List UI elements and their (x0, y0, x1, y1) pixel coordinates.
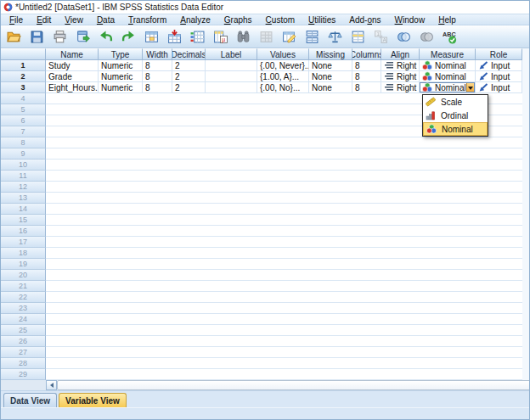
row-header-8[interactable]: 8 (1, 137, 46, 148)
cell-missing-row3[interactable]: None (309, 82, 352, 93)
row-header-14[interactable]: 14 (1, 204, 46, 215)
recall-dialogs-icon[interactable] (72, 27, 93, 47)
row-header-2[interactable]: 2 (1, 71, 46, 82)
empty-row-area-18[interactable] (46, 248, 522, 259)
cell-decimals-row1[interactable]: 2 (172, 60, 206, 71)
cell-align-row3[interactable]: Right (381, 82, 420, 93)
row-header-9[interactable]: 9 (1, 148, 46, 160)
save-icon[interactable] (26, 27, 47, 47)
column-header-align[interactable]: Align (381, 48, 420, 60)
insert-variable-icon[interactable] (279, 27, 299, 47)
goto-case-icon[interactable] (141, 27, 161, 47)
row-header-3[interactable]: 3 (1, 82, 46, 93)
select-cases-icon[interactable] (347, 27, 368, 47)
print-icon[interactable] (49, 27, 70, 47)
row-header-27[interactable]: 27 (1, 347, 46, 358)
menu-transform[interactable]: Transform (121, 15, 173, 25)
row-header-13[interactable]: 13 (1, 193, 46, 204)
cell-width-row3[interactable]: 8 (143, 82, 172, 93)
cell-align-row1[interactable]: Right (381, 60, 420, 71)
find-icon[interactable] (233, 27, 253, 47)
cell-columns-row2[interactable]: 8 (352, 71, 381, 82)
cell-measure-row2[interactable]: Nominal (420, 71, 476, 82)
column-header-width[interactable]: Width (143, 48, 172, 60)
cell-name-row1[interactable]: Study (46, 60, 99, 71)
corner-header-cell[interactable] (1, 48, 46, 60)
empty-row-area-17[interactable] (46, 237, 522, 248)
variables-icon[interactable] (187, 27, 207, 47)
empty-row-area-21[interactable] (46, 281, 522, 292)
redo-icon[interactable] (118, 27, 138, 47)
empty-row-area-19[interactable] (46, 259, 522, 270)
row-header-5[interactable]: 5 (1, 104, 46, 115)
column-header-measure[interactable]: Measure (420, 48, 476, 60)
cell-columns-row1[interactable]: 8 (352, 60, 381, 71)
column-header-name[interactable]: Name (46, 48, 99, 60)
cell-role-row3[interactable]: Input (476, 82, 522, 93)
column-header-missing[interactable]: Missing (309, 48, 352, 60)
row-header-7[interactable]: 7 (1, 126, 46, 137)
column-header-label[interactable]: Label (206, 48, 257, 60)
open-data-icon[interactable] (3, 27, 24, 47)
menu-add-ons[interactable]: Add-ons (342, 15, 387, 25)
menu-custom[interactable]: Custom (259, 15, 302, 25)
cell-type-row1[interactable]: Numeric (99, 60, 143, 71)
cell-name-row2[interactable]: Grade (46, 71, 99, 82)
scrollbar-left-arrow[interactable] (46, 380, 57, 390)
row-header-26[interactable]: 26 (1, 336, 46, 347)
row-header-29[interactable]: 29 (1, 369, 46, 380)
empty-row-area-12[interactable] (46, 182, 522, 193)
cell-width-row2[interactable]: 8 (143, 71, 172, 82)
row-header-12[interactable]: 12 (1, 182, 46, 193)
row-header-19[interactable]: 19 (1, 259, 46, 270)
measure-option-nominal[interactable]: Nominal (423, 122, 488, 136)
measure-option-ordinal[interactable]: Ordinal (423, 109, 488, 122)
column-header-columns[interactable]: Columns (352, 48, 381, 60)
measure-dropdown-button[interactable] (466, 83, 474, 92)
empty-row-area-15[interactable] (46, 215, 522, 226)
cell-width-row1[interactable]: 8 (143, 60, 172, 71)
row-header-18[interactable]: 18 (1, 248, 46, 259)
cell-values-row1[interactable]: {.00, Never}... (257, 60, 309, 71)
row-header-23[interactable]: 23 (1, 303, 46, 314)
row-header-25[interactable]: 25 (1, 325, 46, 336)
show-all-variables-icon[interactable] (416, 27, 437, 47)
cell-missing-row1[interactable]: None (309, 60, 352, 71)
menu-edit[interactable]: Edit (30, 15, 58, 25)
row-header-21[interactable]: 21 (1, 281, 46, 292)
measure-combobox[interactable]: Nominal (420, 82, 475, 92)
column-header-type[interactable]: Type (99, 48, 143, 60)
menu-graphs[interactable]: Graphs (217, 15, 259, 25)
cell-label-row1[interactable] (206, 60, 257, 71)
empty-row-area-20[interactable] (46, 270, 522, 281)
empty-row-area-29[interactable] (46, 369, 522, 380)
cell-values-row2[interactable]: {1.00, A}... (257, 71, 309, 82)
column-header-role[interactable]: Role (476, 48, 522, 60)
empty-row-area-26[interactable] (46, 336, 522, 347)
row-header-17[interactable]: 17 (1, 237, 46, 248)
row-header-11[interactable]: 11 (1, 171, 46, 182)
menu-file[interactable]: File (3, 15, 30, 25)
column-header-values[interactable]: Values (257, 48, 309, 60)
variable-properties-icon[interactable]: µ (210, 27, 230, 47)
empty-row-area-28[interactable] (46, 358, 522, 369)
menu-data[interactable]: Data (90, 15, 121, 25)
empty-row-area-14[interactable] (46, 204, 522, 215)
measure-option-scale[interactable]: Scale (423, 95, 488, 109)
empty-row-area-11[interactable] (46, 171, 522, 182)
column-header-decimals[interactable]: Decimals (172, 48, 206, 60)
menu-view[interactable]: View (58, 15, 90, 25)
row-header-20[interactable]: 20 (1, 270, 46, 281)
row-header-10[interactable]: 10 (1, 160, 46, 171)
horizontal-scrollbar[interactable] (1, 380, 530, 390)
cell-values-row3[interactable]: {.00, No}... (257, 82, 309, 93)
cell-align-row2[interactable]: Right (381, 71, 420, 82)
empty-row-area-8[interactable] (46, 137, 522, 148)
tab-variable-view[interactable]: Variable View (59, 393, 127, 407)
empty-row-area-24[interactable] (46, 314, 522, 325)
row-header-16[interactable]: 16 (1, 226, 46, 237)
cell-type-row2[interactable]: Numeric (99, 71, 143, 82)
cell-role-row2[interactable]: Input (476, 71, 522, 82)
cell-decimals-row2[interactable]: 2 (172, 71, 206, 82)
cell-measure-row3[interactable]: Nominal (420, 82, 476, 93)
